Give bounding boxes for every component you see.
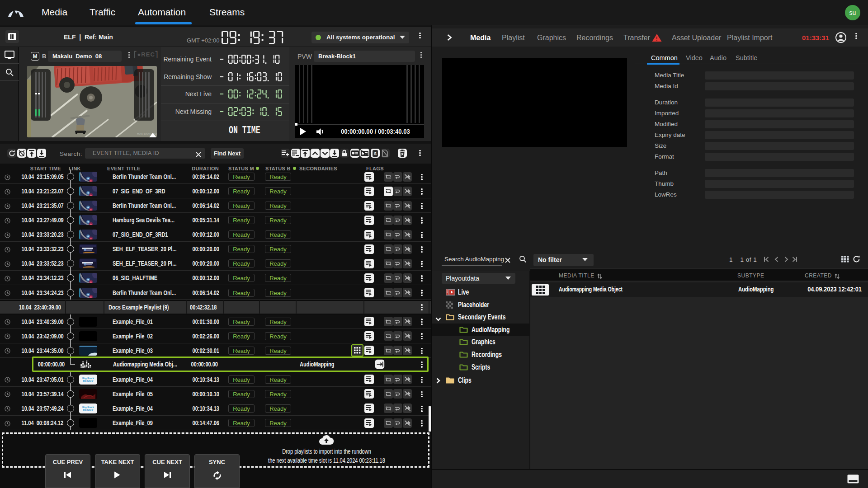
svg-text:BUNNY: BUNNY [83, 408, 94, 412]
svg-text:S: S [373, 151, 376, 156]
svg-text:BUNNY: BUNNY [83, 380, 94, 383]
